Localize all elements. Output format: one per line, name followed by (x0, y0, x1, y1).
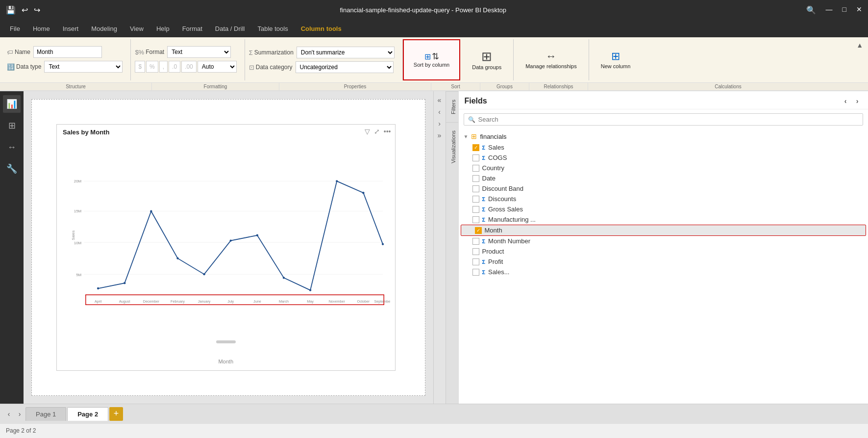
checkbox-month[interactable]: ✓ (475, 227, 482, 234)
redo-icon[interactable]: ↪ (34, 5, 40, 15)
fields-nav-left[interactable]: ‹ (841, 96, 850, 106)
filters-tab[interactable]: Filters (446, 91, 458, 122)
checkbox-sales[interactable]: ✓ (472, 144, 479, 151)
name-input[interactable] (33, 46, 102, 58)
menu-help[interactable]: Help (150, 23, 175, 34)
fields-nav-right[interactable]: › (852, 96, 862, 106)
maximize-button[interactable]: □ (843, 5, 846, 15)
fields-search-input[interactable] (478, 116, 859, 123)
currency-button[interactable]: $ (135, 61, 145, 73)
page-tab-2[interactable]: Page 2 (67, 407, 108, 421)
field-month-number[interactable]: Σ Month Number (459, 236, 868, 246)
chart-visual[interactable]: ▽ ⤢ ••• Sales by Month 20M 15M 10M 5M (56, 124, 396, 371)
field-sales[interactable]: ✓ Σ Sales (459, 142, 868, 153)
page-prev-arrow[interactable]: ‹ (4, 409, 14, 419)
visualizations-tab[interactable]: Visualizations (446, 122, 458, 171)
chart-svg: 20M 15M 10M 5M Sales (72, 142, 390, 336)
new-column-button[interactable]: ⊞ New column (597, 42, 635, 77)
menu-insert[interactable]: Insert (57, 23, 85, 34)
sigma-profit: Σ (482, 259, 486, 265)
field-manufacturing[interactable]: Σ Manufacturing ... (459, 214, 868, 225)
field-label-date: Date (482, 175, 864, 182)
checkbox-sales-bottom[interactable] (472, 269, 479, 276)
data-groups-button[interactable]: ⊞ Data groups (468, 42, 505, 77)
fields-table-header-financials[interactable]: ▼ ⊞ financials (459, 130, 868, 142)
field-country[interactable]: Country (459, 163, 868, 173)
percent-button[interactable]: % (146, 61, 158, 73)
checkbox-gross-sales[interactable] (472, 206, 479, 213)
menu-file[interactable]: File (4, 23, 26, 34)
field-discounts[interactable]: Σ Discounts (459, 194, 868, 204)
checkbox-profit[interactable] (472, 258, 479, 265)
model-view-button[interactable]: ↔ (3, 138, 21, 156)
left-sidebar: 📊 ⊞ ↔ 🔧 (0, 91, 24, 404)
panel-right-right-arrow[interactable]: » (435, 130, 445, 140)
relationships-section-label: Relationships (529, 83, 588, 90)
settings-view-button[interactable]: 🔧 (3, 160, 21, 178)
dec-dec-button[interactable]: .00 (181, 61, 197, 73)
menu-home[interactable]: Home (27, 23, 56, 34)
field-month[interactable]: ✓ Month (461, 225, 867, 236)
svg-point-14 (203, 273, 205, 275)
svg-point-18 (309, 289, 311, 291)
add-page-button[interactable]: + (109, 407, 123, 421)
field-cogs[interactable]: Σ COGS (459, 153, 868, 163)
dec-inc-button[interactable]: .0 (169, 61, 180, 73)
properties-section-label: Properties (279, 83, 431, 90)
fields-search-box[interactable]: 🔍 (464, 113, 864, 126)
page-next-arrow[interactable]: › (15, 409, 25, 419)
ribbon-group-structure: 🏷 Name 🔢 Data type Text Whole Number Dec… (3, 39, 131, 80)
checkbox-discounts[interactable] (472, 196, 479, 203)
panel-nav-arrows: « ‹ › » (433, 91, 446, 404)
menu-view[interactable]: View (124, 23, 149, 34)
field-product[interactable]: Product (459, 246, 868, 257)
checkbox-product[interactable] (472, 248, 479, 255)
menu-table-tools[interactable]: Table tools (251, 23, 294, 34)
sort-by-column-button[interactable]: ⊞ ⇅ Sort by column (410, 42, 453, 77)
chart-scroll-handle[interactable] (216, 340, 236, 343)
page-tab-1[interactable]: Page 1 (25, 407, 66, 421)
panel-right-arrow[interactable]: › (435, 119, 445, 129)
field-label-country: Country (482, 164, 864, 172)
panel-left-arrow[interactable]: ‹ (435, 107, 445, 117)
checkbox-country[interactable] (472, 165, 479, 172)
field-gross-sales[interactable]: Σ Gross Sales (459, 204, 868, 214)
checkbox-manufacturing[interactable] (472, 216, 479, 223)
sort-section-label: Sort (431, 83, 480, 90)
field-sales-bottom[interactable]: Σ Sales... (459, 267, 868, 277)
filter-icon[interactable]: ▽ (365, 128, 370, 135)
checkbox-discount-band[interactable] (472, 185, 479, 192)
fields-title: Fields (465, 97, 487, 105)
datacategory-select[interactable]: Uncategorized Address City Country/Regio… (296, 61, 394, 73)
svg-text:January: January (198, 299, 211, 304)
ribbon-collapse[interactable]: ▲ (854, 39, 865, 80)
field-discount-band[interactable]: Discount Band (459, 183, 868, 194)
minimize-button[interactable]: — (826, 5, 833, 15)
comma-button[interactable]: , (159, 61, 168, 73)
save-icon[interactable]: 💾 (6, 5, 16, 15)
data-view-button[interactable]: ⊞ (3, 117, 21, 134)
undo-icon[interactable]: ↩ (22, 5, 28, 15)
checkbox-month-number[interactable] (472, 238, 479, 245)
menu-column-tools[interactable]: Column tools (295, 23, 347, 34)
report-view-button[interactable]: 📊 (3, 95, 21, 113)
more-options-icon[interactable]: ••• (384, 128, 391, 135)
close-button[interactable]: ✕ (856, 5, 862, 15)
menu-data-drill[interactable]: Data / Drill (209, 23, 251, 34)
checkbox-cogs[interactable] (472, 155, 479, 161)
field-label-manufacturing: Manufacturing ... (488, 216, 863, 223)
format-select[interactable]: Text Whole Number Decimal (167, 46, 231, 58)
menu-format[interactable]: Format (176, 23, 208, 34)
field-date[interactable]: Date (459, 173, 868, 183)
summarization-select[interactable]: Don't summarize Sum Average Count (297, 47, 395, 58)
field-label-discount-band: Discount Band (482, 185, 864, 192)
panel-left-left-arrow[interactable]: « (435, 95, 445, 105)
checkbox-date[interactable] (472, 175, 479, 182)
manage-relationships-button[interactable]: ↔ Manage relationships (521, 42, 581, 77)
title-search-icon[interactable]: 🔍 (806, 5, 816, 15)
auto-select[interactable]: Auto (198, 61, 237, 73)
menu-modeling[interactable]: Modeling (85, 23, 123, 34)
field-profit[interactable]: Σ Profit (459, 257, 868, 267)
expand-icon[interactable]: ⤢ (374, 128, 380, 135)
datatype-select[interactable]: Text Whole Number Decimal Date (44, 61, 123, 73)
